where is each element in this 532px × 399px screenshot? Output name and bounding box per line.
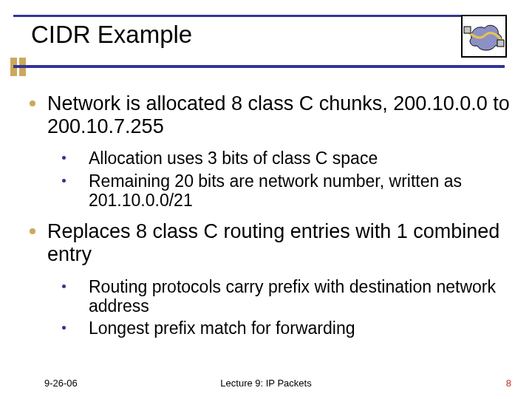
footer-title: Lecture 9: IP Packets [0,378,532,389]
bullet-level2: Allocation uses 3 bits of class C space [62,149,510,168]
bullet-dot-icon [62,284,66,288]
bullet-dot-icon [62,179,66,183]
slide: CIDR Example Network is allocated 8 clas… [0,0,532,399]
bullet-group: Allocation uses 3 bits of class C space … [30,149,510,210]
title-rule-top [13,15,505,17]
slide-title: CIDR Example [31,21,192,49]
bullet-group: Routing protocols carry prefix with dest… [30,277,510,338]
bullet-level2: Remaining 20 bits are network number, wr… [62,171,510,211]
svg-rect-1 [497,40,504,47]
bullet-dot-icon [30,228,35,234]
bullet-level1: Network is allocated 8 class C chunks, 2… [30,92,510,138]
svg-rect-0 [464,27,471,33]
bullet-text: Allocation uses 3 bits of class C space [89,149,378,168]
bullet-text: Routing protocols carry prefix with dest… [89,277,496,316]
logo-icon [461,15,507,58]
bullet-text: Network is allocated 8 class C chunks, 2… [47,92,510,137]
bullet-level1: Replaces 8 class C routing entries with … [30,220,510,266]
bullet-text: Longest prefix match for forwarding [89,318,355,338]
page-number: 8 [506,378,511,389]
title-rule-bottom [13,65,505,68]
bullet-dot-icon [30,100,35,106]
content-area: Network is allocated 8 class C chunks, 2… [30,92,510,349]
bullet-text: Remaining 20 bits are network number, wr… [89,171,462,210]
bullet-text: Replaces 8 class C routing entries with … [47,220,499,265]
bullet-level2: Longest prefix match for forwarding [62,318,510,338]
bullet-dot-icon [62,156,66,160]
bullet-level2: Routing protocols carry prefix with dest… [62,277,510,316]
bullet-dot-icon [62,326,66,330]
